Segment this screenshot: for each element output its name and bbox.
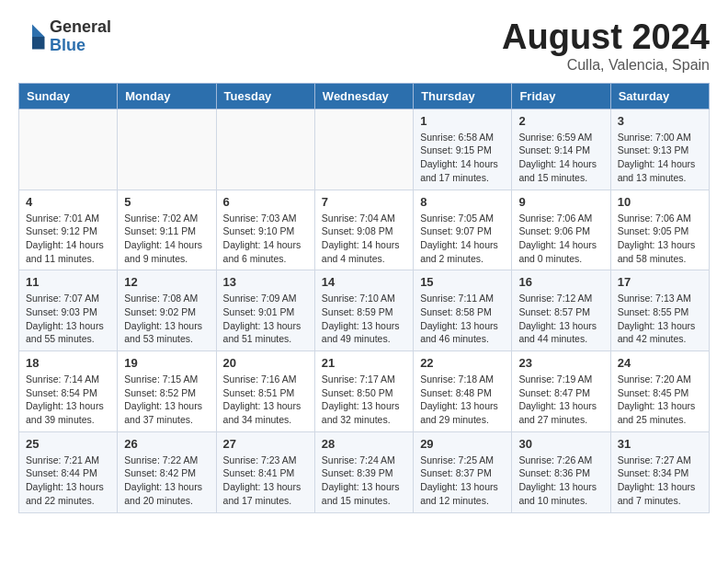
day-info: Sunrise: 7:12 AM Sunset: 8:57 PM Dayligh… xyxy=(518,292,603,346)
calendar-week-5: 25Sunrise: 7:21 AM Sunset: 8:44 PM Dayli… xyxy=(19,431,710,512)
svg-marker-1 xyxy=(32,37,45,50)
calendar-cell: 1Sunrise: 6:58 AM Sunset: 9:15 PM Daylig… xyxy=(414,109,512,190)
calendar-cell: 26Sunrise: 7:22 AM Sunset: 8:42 PM Dayli… xyxy=(118,431,216,512)
calendar-cell: 10Sunrise: 7:06 AM Sunset: 9:05 PM Dayli… xyxy=(610,190,709,270)
day-number: 21 xyxy=(322,356,406,370)
calendar-cell: 3Sunrise: 7:00 AM Sunset: 9:13 PM Daylig… xyxy=(610,109,709,190)
calendar-cell: 7Sunrise: 7:04 AM Sunset: 9:08 PM Daylig… xyxy=(314,190,413,270)
day-info: Sunrise: 7:05 AM Sunset: 9:07 PM Dayligh… xyxy=(420,212,505,266)
calendar-cell: 25Sunrise: 7:21 AM Sunset: 8:44 PM Dayli… xyxy=(19,431,118,512)
day-info: Sunrise: 7:06 AM Sunset: 9:06 PM Dayligh… xyxy=(518,212,603,266)
day-number: 15 xyxy=(420,275,505,289)
day-info: Sunrise: 7:02 AM Sunset: 9:11 PM Dayligh… xyxy=(124,212,209,266)
day-number: 26 xyxy=(124,437,209,451)
day-info: Sunrise: 7:00 AM Sunset: 9:13 PM Dayligh… xyxy=(618,131,702,185)
day-info: Sunrise: 7:18 AM Sunset: 8:48 PM Dayligh… xyxy=(420,373,505,427)
day-number: 28 xyxy=(322,437,406,451)
logo-icon xyxy=(18,23,46,51)
day-number: 20 xyxy=(223,356,308,370)
day-number: 6 xyxy=(223,195,308,209)
day-info: Sunrise: 7:19 AM Sunset: 8:47 PM Dayligh… xyxy=(518,373,603,427)
day-number: 25 xyxy=(26,437,110,451)
calendar-week-1: 1Sunrise: 6:58 AM Sunset: 9:15 PM Daylig… xyxy=(19,109,710,190)
calendar-cell: 27Sunrise: 7:23 AM Sunset: 8:41 PM Dayli… xyxy=(216,431,314,512)
day-info: Sunrise: 7:15 AM Sunset: 8:52 PM Dayligh… xyxy=(124,373,209,427)
calendar-cell: 21Sunrise: 7:17 AM Sunset: 8:50 PM Dayli… xyxy=(314,351,413,432)
day-number: 27 xyxy=(223,437,308,451)
calendar-cell: 8Sunrise: 7:05 AM Sunset: 9:07 PM Daylig… xyxy=(414,190,512,270)
calendar-title: August 2024 xyxy=(502,18,710,57)
calendar-cell: 14Sunrise: 7:10 AM Sunset: 8:59 PM Dayli… xyxy=(314,270,413,351)
calendar-week-3: 11Sunrise: 7:07 AM Sunset: 9:03 PM Dayli… xyxy=(19,270,710,351)
calendar-cell: 13Sunrise: 7:09 AM Sunset: 9:01 PM Dayli… xyxy=(216,270,314,351)
calendar-cell xyxy=(118,109,216,190)
day-number: 17 xyxy=(618,275,702,289)
day-info: Sunrise: 7:04 AM Sunset: 9:08 PM Dayligh… xyxy=(322,212,406,266)
calendar-cell: 16Sunrise: 7:12 AM Sunset: 8:57 PM Dayli… xyxy=(512,270,610,351)
day-info: Sunrise: 7:26 AM Sunset: 8:36 PM Dayligh… xyxy=(518,454,603,508)
day-number: 2 xyxy=(518,114,603,128)
calendar-cell xyxy=(314,109,413,190)
day-number: 23 xyxy=(518,356,603,370)
calendar-week-4: 18Sunrise: 7:14 AM Sunset: 8:54 PM Dayli… xyxy=(19,351,710,432)
calendar-cell: 2Sunrise: 6:59 AM Sunset: 9:14 PM Daylig… xyxy=(512,109,610,190)
calendar-cell: 30Sunrise: 7:26 AM Sunset: 8:36 PM Dayli… xyxy=(512,431,610,512)
day-number: 30 xyxy=(518,437,603,451)
calendar-cell: 17Sunrise: 7:13 AM Sunset: 8:55 PM Dayli… xyxy=(610,270,709,351)
calendar-cell: 19Sunrise: 7:15 AM Sunset: 8:52 PM Dayli… xyxy=(118,351,216,432)
day-info: Sunrise: 7:22 AM Sunset: 8:42 PM Dayligh… xyxy=(124,454,209,508)
day-info: Sunrise: 7:01 AM Sunset: 9:12 PM Dayligh… xyxy=(26,212,110,266)
calendar-cell: 22Sunrise: 7:18 AM Sunset: 8:48 PM Dayli… xyxy=(414,351,512,432)
day-number: 14 xyxy=(322,275,406,289)
calendar-cell: 18Sunrise: 7:14 AM Sunset: 8:54 PM Dayli… xyxy=(19,351,118,432)
day-number: 29 xyxy=(420,437,505,451)
day-info: Sunrise: 7:23 AM Sunset: 8:41 PM Dayligh… xyxy=(223,454,308,508)
calendar-week-2: 4Sunrise: 7:01 AM Sunset: 9:12 PM Daylig… xyxy=(19,190,710,270)
header-row: SundayMondayTuesdayWednesdayThursdayFrid… xyxy=(19,83,710,109)
calendar-cell xyxy=(19,109,118,190)
day-info: Sunrise: 7:03 AM Sunset: 9:10 PM Dayligh… xyxy=(223,212,308,266)
day-info: Sunrise: 7:11 AM Sunset: 8:58 PM Dayligh… xyxy=(420,292,505,346)
calendar-cell: 23Sunrise: 7:19 AM Sunset: 8:47 PM Dayli… xyxy=(512,351,610,432)
logo: General Blue xyxy=(18,18,111,55)
svg-marker-0 xyxy=(32,24,45,37)
day-number: 11 xyxy=(26,275,110,289)
day-info: Sunrise: 7:06 AM Sunset: 9:05 PM Dayligh… xyxy=(618,212,702,266)
title-block: August 2024 Culla, Valencia, Spain xyxy=(502,18,710,74)
calendar-cell xyxy=(216,109,314,190)
day-info: Sunrise: 7:25 AM Sunset: 8:37 PM Dayligh… xyxy=(420,454,505,508)
calendar-cell: 12Sunrise: 7:08 AM Sunset: 9:02 PM Dayli… xyxy=(118,270,216,351)
calendar-cell: 31Sunrise: 7:27 AM Sunset: 8:34 PM Dayli… xyxy=(610,431,709,512)
logo-general: General xyxy=(50,18,111,37)
calendar-cell: 4Sunrise: 7:01 AM Sunset: 9:12 PM Daylig… xyxy=(19,190,118,270)
calendar-cell: 20Sunrise: 7:16 AM Sunset: 8:51 PM Dayli… xyxy=(216,351,314,432)
day-number: 19 xyxy=(124,356,209,370)
day-info: Sunrise: 7:08 AM Sunset: 9:02 PM Dayligh… xyxy=(124,292,209,346)
day-number: 7 xyxy=(322,195,406,209)
day-info: Sunrise: 7:13 AM Sunset: 8:55 PM Dayligh… xyxy=(618,292,702,346)
day-info: Sunrise: 7:20 AM Sunset: 8:45 PM Dayligh… xyxy=(618,373,702,427)
calendar-cell: 24Sunrise: 7:20 AM Sunset: 8:45 PM Dayli… xyxy=(610,351,709,432)
day-number: 10 xyxy=(618,195,702,209)
page-header: General Blue August 2024 Culla, Valencia… xyxy=(18,18,710,74)
day-info: Sunrise: 7:07 AM Sunset: 9:03 PM Dayligh… xyxy=(26,292,110,346)
day-number: 31 xyxy=(618,437,702,451)
header-day-friday: Friday xyxy=(512,83,610,109)
day-info: Sunrise: 6:58 AM Sunset: 9:15 PM Dayligh… xyxy=(420,131,505,185)
logo-text: General Blue xyxy=(50,18,111,55)
calendar-cell: 28Sunrise: 7:24 AM Sunset: 8:39 PM Dayli… xyxy=(314,431,413,512)
calendar-location: Culla, Valencia, Spain xyxy=(502,57,710,74)
day-number: 13 xyxy=(223,275,308,289)
calendar-cell: 15Sunrise: 7:11 AM Sunset: 8:58 PM Dayli… xyxy=(414,270,512,351)
day-number: 9 xyxy=(518,195,603,209)
day-info: Sunrise: 7:09 AM Sunset: 9:01 PM Dayligh… xyxy=(223,292,308,346)
header-day-monday: Monday xyxy=(118,83,216,109)
header-day-wednesday: Wednesday xyxy=(314,83,413,109)
header-day-thursday: Thursday xyxy=(414,83,512,109)
header-day-saturday: Saturday xyxy=(610,83,709,109)
day-info: Sunrise: 7:24 AM Sunset: 8:39 PM Dayligh… xyxy=(322,454,406,508)
day-info: Sunrise: 7:21 AM Sunset: 8:44 PM Dayligh… xyxy=(26,454,110,508)
calendar-table: SundayMondayTuesdayWednesdayThursdayFrid… xyxy=(18,83,710,513)
day-info: Sunrise: 7:17 AM Sunset: 8:50 PM Dayligh… xyxy=(322,373,406,427)
day-number: 18 xyxy=(26,356,110,370)
